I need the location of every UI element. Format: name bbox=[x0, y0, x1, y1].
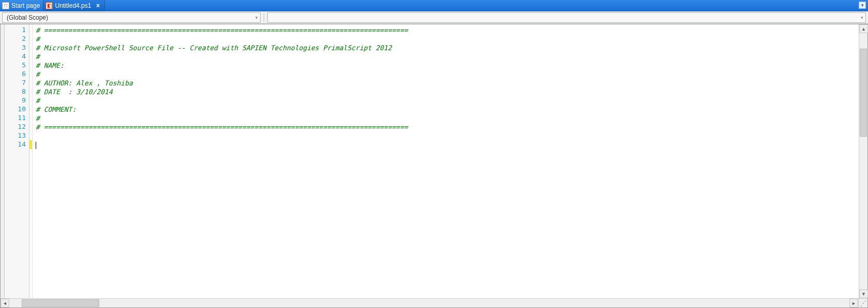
change-mark bbox=[29, 105, 32, 114]
code-line[interactable]: # bbox=[36, 52, 859, 61]
powershell-file-icon: ◧ bbox=[45, 2, 53, 9]
change-mark bbox=[29, 52, 32, 61]
code-line[interactable] bbox=[36, 140, 859, 149]
change-mark bbox=[29, 96, 32, 105]
scope-combo[interactable]: (Global Scope) ▾ bbox=[2, 12, 261, 23]
line-number: 8 bbox=[5, 87, 29, 96]
scroll-up-icon[interactable]: ▲ bbox=[859, 24, 868, 33]
horizontal-scrollbar[interactable]: ◄ ► ⋰ bbox=[1, 298, 867, 307]
code-line[interactable]: # bbox=[36, 70, 859, 79]
margin-stub bbox=[1, 24, 5, 298]
editor: 1234567891011121314 # ==================… bbox=[0, 24, 868, 308]
line-number: 7 bbox=[5, 79, 29, 87]
line-number-gutter: 1234567891011121314 bbox=[5, 24, 29, 298]
scroll-left-icon[interactable]: ◄ bbox=[1, 299, 9, 307]
code-line[interactable]: # DATE : 3/10/2014 bbox=[36, 87, 859, 96]
line-number: 3 bbox=[5, 43, 29, 52]
line-number: 10 bbox=[5, 105, 29, 114]
line-number: 4 bbox=[5, 52, 29, 61]
code-line[interactable] bbox=[36, 131, 859, 140]
code-line[interactable]: # AUTHOR: Alex , Toshiba bbox=[36, 79, 859, 87]
code-line[interactable]: # ======================================… bbox=[36, 26, 859, 35]
line-number: 12 bbox=[5, 123, 29, 131]
code-line[interactable]: # Microsoft PowerShell Source File -- Cr… bbox=[36, 43, 859, 52]
code-line[interactable]: # bbox=[36, 114, 859, 123]
vscroll-track[interactable] bbox=[859, 33, 867, 289]
scroll-right-icon[interactable]: ► bbox=[849, 299, 858, 307]
change-mark bbox=[29, 26, 32, 35]
scope-bar: (Global Scope) ▾ ▾ bbox=[0, 11, 868, 24]
change-mark bbox=[29, 35, 32, 43]
change-mark bbox=[29, 140, 32, 149]
line-number: 9 bbox=[5, 96, 29, 105]
change-mark bbox=[29, 79, 32, 87]
code-line[interactable]: # COMMENT: bbox=[36, 105, 859, 114]
vscroll-thumb[interactable] bbox=[860, 49, 867, 137]
tab-untitled4[interactable]: ◧ Untitled4.ps1 × bbox=[43, 0, 105, 11]
code-line[interactable]: # NAME: bbox=[36, 61, 859, 70]
scroll-down-icon[interactable]: ▼ bbox=[859, 289, 868, 298]
chevron-down-icon: ▾ bbox=[255, 15, 258, 20]
chevron-down-icon: ▾ bbox=[861, 15, 863, 20]
line-number: 5 bbox=[5, 61, 29, 70]
tab-label: Untitled4.ps1 bbox=[55, 2, 91, 9]
scope-combo-value: (Global Scope) bbox=[7, 14, 48, 21]
resize-grip-icon[interactable]: ⋰ bbox=[858, 299, 867, 307]
change-mark bbox=[29, 43, 32, 52]
tab-overflow-button[interactable]: ▾ bbox=[859, 2, 866, 9]
doc-icon: □ bbox=[2, 2, 9, 9]
line-number: 1 bbox=[5, 26, 29, 35]
tab-label: Start page bbox=[11, 2, 40, 9]
vertical-scrollbar[interactable]: ▲ ▼ bbox=[859, 24, 867, 298]
line-number: 14 bbox=[5, 140, 29, 149]
change-mark bbox=[29, 131, 32, 140]
close-icon[interactable]: × bbox=[94, 2, 101, 9]
caret bbox=[36, 142, 36, 149]
line-number: 2 bbox=[5, 35, 29, 43]
tab-start-page[interactable]: □ Start page bbox=[0, 0, 43, 11]
code-line[interactable]: # bbox=[36, 35, 859, 43]
change-mark bbox=[29, 87, 32, 96]
code-line[interactable]: # ======================================… bbox=[36, 123, 859, 131]
hscroll-thumb[interactable] bbox=[22, 299, 99, 307]
divider bbox=[264, 13, 264, 22]
line-number: 6 bbox=[5, 70, 29, 79]
tab-strip: □ Start page ◧ Untitled4.ps1 × ▾ bbox=[0, 0, 868, 11]
change-mark bbox=[29, 123, 32, 131]
change-mark bbox=[29, 114, 32, 123]
change-mark bbox=[29, 61, 32, 70]
hscroll-track[interactable] bbox=[9, 299, 849, 307]
change-mark bbox=[29, 70, 32, 79]
code-line[interactable]: # bbox=[36, 96, 859, 105]
code-area[interactable]: # ======================================… bbox=[33, 24, 859, 298]
member-combo[interactable]: ▾ bbox=[267, 12, 866, 23]
line-number: 11 bbox=[5, 114, 29, 123]
line-number: 13 bbox=[5, 131, 29, 140]
